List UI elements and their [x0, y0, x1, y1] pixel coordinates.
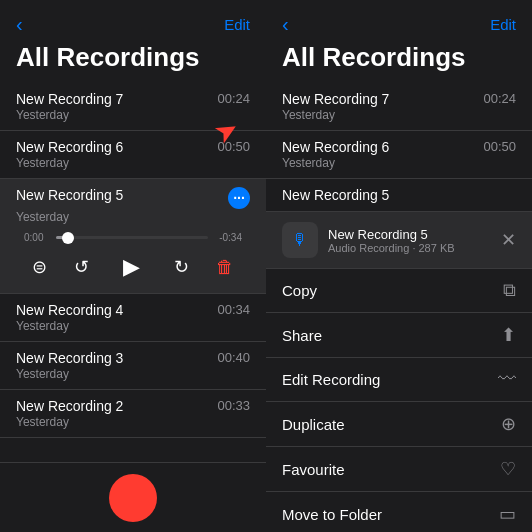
left-playback-controls: ⊜ ↺ ▶ ↻ 🗑: [16, 243, 250, 293]
left-skip-forward-icon[interactable]: ↻: [174, 256, 189, 278]
right-recording-name-7: New Recording 7: [282, 91, 389, 107]
left-recording-item-3[interactable]: New Recording 3 00:40 Yesterday: [0, 342, 266, 390]
left-recording-item-5[interactable]: New Recording 5 ··· Yesterday 0:00 -0:34…: [0, 179, 266, 293]
left-progress-thumb: [62, 232, 74, 244]
left-progress-end: -0:34: [214, 232, 242, 243]
left-delete-button[interactable]: 🗑: [216, 257, 234, 278]
right-menu-label-duplicate: Duplicate: [282, 416, 345, 433]
right-recording-date-7: Yesterday: [282, 108, 516, 122]
right-menu-item-share[interactable]: Share ⬆: [266, 313, 532, 358]
right-menu-icon-favourite: ♡: [500, 458, 516, 480]
left-recording-date-4: Yesterday: [16, 319, 250, 333]
left-recordings-list: New Recording 7 00:24 Yesterday New Reco…: [0, 83, 266, 462]
left-recording-name-4: New Recording 4: [16, 302, 123, 318]
right-menu-item-favourite[interactable]: Favourite ♡: [266, 447, 532, 492]
right-recording-name-5: New Recording 5: [282, 187, 389, 203]
left-record-button[interactable]: [109, 474, 157, 522]
right-panel: ‹ Edit All Recordings New Recording 7 00…: [266, 0, 532, 532]
right-header: ‹ Edit: [266, 0, 532, 38]
left-skip-back-icon[interactable]: ↺: [74, 256, 89, 278]
right-context-card-icon: 🎙: [282, 222, 318, 258]
right-recording-date-6: Yesterday: [282, 156, 516, 170]
left-recording-name-6: New Recording 6: [16, 139, 123, 155]
left-header: ‹ Edit: [0, 0, 266, 38]
right-context-card: 🎙 New Recording 5 Audio Recording · 287 …: [266, 212, 532, 269]
left-page-title: All Recordings: [0, 38, 266, 83]
right-recordings-list: New Recording 7 00:24 Yesterday New Reco…: [266, 83, 532, 269]
left-more-button-5[interactable]: ···: [228, 187, 250, 209]
left-recording-item-4[interactable]: New Recording 4 00:34 Yesterday: [0, 294, 266, 342]
left-settings-icon[interactable]: ⊜: [32, 256, 47, 278]
right-menu-item-copy[interactable]: Copy ⧉: [266, 269, 532, 313]
left-recording-date-2: Yesterday: [16, 415, 250, 429]
right-menu-icon-share: ⬆: [501, 324, 516, 346]
right-menu-list: Copy ⧉ Share ⬆ Edit Recording 〰 Duplicat…: [266, 269, 532, 532]
right-recording-item-5[interactable]: New Recording 5: [266, 179, 532, 212]
left-recording-name-5: New Recording 5: [16, 187, 123, 203]
left-recording-name-2: New Recording 2: [16, 398, 123, 414]
left-recording-duration-7: 00:24: [217, 91, 250, 106]
right-menu-label-move-to-folder: Move to Folder: [282, 506, 382, 523]
right-menu-label-share: Share: [282, 327, 322, 344]
left-panel: ‹ Edit All Recordings New Recording 7 00…: [0, 0, 266, 532]
right-edit-button[interactable]: Edit: [490, 16, 516, 33]
right-context-card-sub: Audio Recording · 287 KB: [328, 242, 491, 254]
left-record-footer: [0, 462, 266, 532]
left-recording-name-3: New Recording 3: [16, 350, 123, 366]
right-recording-name-6: New Recording 6: [282, 139, 389, 155]
left-play-button[interactable]: ▶: [116, 251, 148, 283]
left-progress-bar-container: 0:00 -0:34: [16, 232, 250, 243]
right-recording-duration-6: 00:50: [483, 139, 516, 155]
left-back-button[interactable]: ‹: [16, 14, 23, 34]
left-progress-bar[interactable]: [56, 236, 208, 239]
right-back-chevron-icon: ‹: [282, 14, 289, 34]
left-recording-duration-4: 00:34: [217, 302, 250, 317]
left-recording-date-6: Yesterday: [16, 156, 250, 170]
right-back-button[interactable]: ‹: [282, 14, 289, 34]
right-recording-item-7[interactable]: New Recording 7 00:24 Yesterday: [266, 83, 532, 131]
right-menu-icon-duplicate: ⊕: [501, 413, 516, 435]
left-progress-current: 0:00: [24, 232, 50, 243]
right-menu-icon-edit-recording: 〰: [498, 369, 516, 390]
left-recording-duration-3: 00:40: [217, 350, 250, 365]
left-back-chevron-icon: ‹: [16, 14, 23, 34]
right-menu-item-move-to-folder[interactable]: Move to Folder ▭: [266, 492, 532, 532]
right-menu-label-copy: Copy: [282, 282, 317, 299]
left-recording-duration-2: 00:33: [217, 398, 250, 413]
left-recording-name-7: New Recording 7: [16, 91, 123, 107]
left-recording-item-2[interactable]: New Recording 2 00:33 Yesterday: [0, 390, 266, 438]
left-expanded-controls: 0:00 -0:34 ⊜ ↺ ▶ ↻ 🗑: [16, 224, 250, 293]
right-menu-item-edit-recording[interactable]: Edit Recording 〰: [266, 358, 532, 402]
right-menu-item-duplicate[interactable]: Duplicate ⊕: [266, 402, 532, 447]
right-menu-icon-copy: ⧉: [503, 280, 516, 301]
left-edit-button[interactable]: Edit: [224, 16, 250, 33]
right-menu-icon-move-to-folder: ▭: [499, 503, 516, 525]
right-menu-label-edit-recording: Edit Recording: [282, 371, 380, 388]
right-context-card-info: New Recording 5 Audio Recording · 287 KB: [328, 227, 491, 254]
right-menu-label-favourite: Favourite: [282, 461, 345, 478]
left-recording-date-5: Yesterday: [16, 210, 250, 224]
right-recording-item-6[interactable]: New Recording 6 00:50 Yesterday: [266, 131, 532, 179]
left-recording-date-3: Yesterday: [16, 367, 250, 381]
right-recording-duration-7: 00:24: [483, 91, 516, 107]
right-page-title: All Recordings: [266, 38, 532, 83]
right-context-card-name: New Recording 5: [328, 227, 491, 242]
right-context-card-close-button[interactable]: ✕: [501, 229, 516, 251]
